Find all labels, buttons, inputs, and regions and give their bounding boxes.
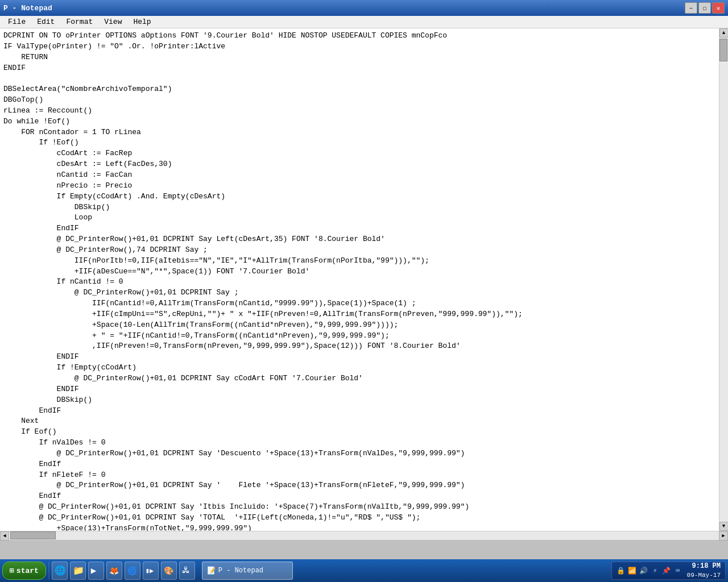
paint-icon: 🎨 xyxy=(164,566,173,576)
start-button[interactable]: ⊞ start xyxy=(2,562,46,580)
menu-edit[interactable]: Edit xyxy=(31,16,60,27)
quicklaunch-paint[interactable]: 🎨 xyxy=(161,562,177,580)
scroll-up-button[interactable]: ▲ xyxy=(719,28,729,38)
quicklaunch-chrome[interactable]: 🌀 xyxy=(125,562,140,580)
quicklaunch-media[interactable]: ▶ xyxy=(88,562,104,580)
h-scroll-thumb[interactable] xyxy=(10,531,56,539)
tray-icon-3: 🔊 xyxy=(639,566,648,575)
close-button[interactable]: ✕ xyxy=(712,2,725,14)
tray-icon-1: 🔒 xyxy=(617,566,626,575)
minimize-button[interactable]: – xyxy=(685,2,697,14)
ie-icon: 🌐 xyxy=(55,565,66,576)
tray-icon-5: 📌 xyxy=(662,566,671,575)
scroll-left-button[interactable]: ◀ xyxy=(0,531,9,541)
title-bar-buttons: – ☐ ✕ xyxy=(685,2,725,14)
taskbar-notepad-button[interactable]: 📝 P - Notepad xyxy=(202,562,293,580)
cmd-icon: ▮▶ xyxy=(146,567,154,575)
title-bar: P - Notepad – ☐ ✕ xyxy=(0,0,728,16)
network-icon: 🖧 xyxy=(182,566,190,575)
scroll-thumb[interactable] xyxy=(719,39,727,61)
folder-icon: 📁 xyxy=(73,565,84,576)
horizontal-scrollbar[interactable]: ◀ ▶ xyxy=(0,531,728,540)
menu-format[interactable]: Format xyxy=(60,16,98,27)
menu-view[interactable]: View xyxy=(98,16,127,27)
taskbar: ⊞ start 🌐 📁 ▶ 🦊 🌀 ▮▶ 🎨 🖧 📝 P - Notepad 🔒… xyxy=(0,559,728,582)
window-title: P - Notepad xyxy=(3,4,52,13)
system-time[interactable]: 9:18 PM 09-May-17 xyxy=(687,562,721,579)
scroll-down-button[interactable]: ▼ xyxy=(719,522,729,531)
firefox-icon: 🦊 xyxy=(109,566,119,576)
quicklaunch-cmd[interactable]: ▮▶ xyxy=(143,562,159,580)
tray-icon-6: ⌨ xyxy=(673,566,682,575)
media-icon: ▶ xyxy=(91,565,97,576)
system-tray: 🔒 📶 🔊 ⚡ 📌 ⌨ 9:18 PM 09-May-17 xyxy=(611,562,726,580)
scroll-right-button[interactable]: ▶ xyxy=(719,531,728,541)
quicklaunch-folder[interactable]: 📁 xyxy=(70,562,86,580)
chrome-icon: 🌀 xyxy=(127,566,137,576)
tray-icon-2: 📶 xyxy=(628,566,637,575)
start-label: start xyxy=(16,567,39,575)
tray-icons: 🔒 📶 🔊 ⚡ 📌 ⌨ xyxy=(617,566,682,575)
notepad-taskbar-icon: 📝 xyxy=(207,566,216,575)
quicklaunch-firefox[interactable]: 🦊 xyxy=(106,562,122,580)
menu-help[interactable]: Help xyxy=(127,16,156,27)
scroll-track[interactable] xyxy=(719,38,728,522)
start-icon: ⊞ xyxy=(10,566,14,575)
quicklaunch-network[interactable]: 🖧 xyxy=(179,562,195,580)
editor-content[interactable]: DCPRINT ON TO oPrinter OPTIONS aOptions … xyxy=(0,28,719,531)
menu-file[interactable]: File xyxy=(2,16,31,27)
taskbar-notepad-label: P - Notepad xyxy=(218,567,263,575)
clock-time: 9:18 PM xyxy=(687,562,721,571)
tray-icon-4: ⚡ xyxy=(651,566,660,575)
vertical-scrollbar[interactable]: ▲ ▼ xyxy=(719,28,728,531)
menu-bar: File Edit Format View Help xyxy=(0,16,728,28)
maximize-button[interactable]: ☐ xyxy=(698,2,711,14)
editor-container: DCPRINT ON TO oPrinter OPTIONS aOptions … xyxy=(0,28,728,531)
quicklaunch-ie[interactable]: 🌐 xyxy=(52,562,68,580)
clock-date: 09-May-17 xyxy=(687,571,721,579)
h-scroll-track[interactable] xyxy=(9,531,719,540)
